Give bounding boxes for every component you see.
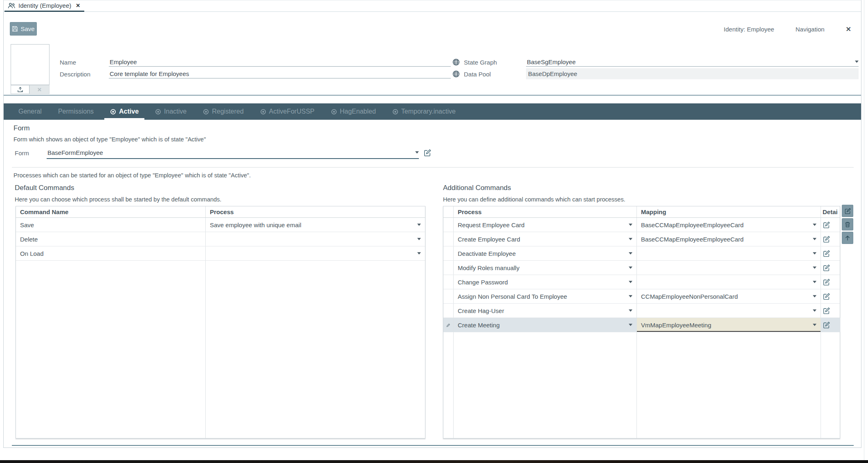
document-tab-close-icon[interactable]: ✕ bbox=[76, 2, 80, 9]
remove-image-button[interactable]: ✕ bbox=[29, 85, 49, 94]
row-selector-cell[interactable] bbox=[443, 304, 454, 318]
caret-down-icon[interactable] bbox=[626, 238, 632, 240]
caret-down-icon[interactable] bbox=[810, 224, 816, 226]
add-command-button[interactable] bbox=[842, 205, 853, 217]
process-select-cell[interactable]: Deactivate Employee bbox=[454, 246, 637, 260]
caret-down-icon[interactable] bbox=[626, 252, 632, 255]
row-selector-cell[interactable] bbox=[443, 261, 454, 275]
state-tabstrip: General Permissions Active Inactive bbox=[4, 103, 861, 120]
caret-down-icon[interactable] bbox=[415, 252, 421, 255]
caret-down-icon[interactable] bbox=[415, 238, 421, 240]
mapping-select-cell[interactable] bbox=[637, 261, 821, 275]
detail-edit-button[interactable] bbox=[823, 321, 830, 329]
command-name-cell[interactable]: On Load bbox=[16, 246, 206, 260]
detail-edit-button[interactable] bbox=[823, 235, 830, 243]
detail-edit-button[interactable] bbox=[823, 221, 830, 229]
row-selector-cell[interactable] bbox=[443, 275, 454, 289]
table-row: Change Password bbox=[443, 275, 840, 289]
delete-command-button[interactable] bbox=[842, 218, 853, 230]
state-radio-icon bbox=[155, 109, 161, 115]
caret-down-icon[interactable] bbox=[626, 224, 632, 226]
tab-permissions[interactable]: Permissions bbox=[50, 103, 102, 120]
caret-down-icon[interactable] bbox=[810, 309, 816, 312]
detail-cell bbox=[821, 304, 840, 318]
edit-icon bbox=[823, 221, 830, 229]
process-select-cell[interactable]: Create Employee Card bbox=[454, 232, 637, 246]
tab-label: ActiveForUSSP bbox=[269, 108, 315, 115]
table-row: On Load bbox=[16, 246, 425, 261]
detail-edit-button[interactable] bbox=[823, 307, 830, 315]
process-select-cell[interactable]: Assign Non Personal Card To Employee bbox=[454, 289, 637, 303]
caret-down-icon[interactable] bbox=[810, 281, 816, 283]
tab-activeforussp[interactable]: ActiveForUSSP bbox=[252, 103, 323, 120]
mapping-select-cell[interactable]: CCMapEmployeeNonPersonalCard bbox=[637, 289, 821, 303]
mapping-select-cell[interactable]: BaseCCMapEmployeeEmployeeCard bbox=[637, 218, 821, 232]
identity-breadcrumb-link[interactable]: Identity: Employee bbox=[724, 26, 774, 33]
data-pool-label: Data Pool bbox=[464, 71, 491, 78]
tab-registered[interactable]: Registered bbox=[195, 103, 252, 120]
form-edit-button[interactable] bbox=[423, 149, 432, 157]
upload-image-button[interactable] bbox=[11, 85, 29, 94]
caret-down-icon[interactable] bbox=[810, 252, 816, 255]
process-select-cell[interactable]: Request Employee Card bbox=[454, 218, 637, 232]
detail-edit-button[interactable] bbox=[823, 264, 830, 272]
process-select-cell[interactable]: Create Hag-User bbox=[454, 304, 637, 318]
mapping-select-cell[interactable] bbox=[637, 304, 821, 318]
command-name-cell[interactable]: Save bbox=[16, 218, 206, 232]
mapping-select-cell[interactable] bbox=[637, 275, 821, 289]
globe-translate-icon[interactable] bbox=[452, 70, 460, 78]
row-selector-cell[interactable] bbox=[443, 289, 454, 303]
mapping-select-cell-editing[interactable]: VmMapEmployeeMeeting bbox=[637, 318, 821, 332]
window-close-icon[interactable]: ✕ bbox=[846, 25, 851, 33]
caret-down-icon[interactable] bbox=[626, 266, 632, 269]
process-select-cell[interactable]: Change Password bbox=[454, 275, 637, 289]
caret-down-icon[interactable] bbox=[626, 281, 632, 283]
tab-inactive[interactable]: Inactive bbox=[147, 103, 195, 120]
description-input[interactable] bbox=[109, 69, 451, 78]
detail-cell bbox=[821, 318, 840, 332]
identity-image-placeholder[interactable] bbox=[11, 44, 49, 85]
process-select-value: Assign Non Personal Card To Employee bbox=[458, 293, 567, 300]
caret-down-icon[interactable] bbox=[415, 224, 421, 226]
move-up-button[interactable] bbox=[842, 232, 853, 244]
command-name-cell[interactable]: Delete bbox=[16, 232, 206, 246]
caret-down-icon[interactable] bbox=[810, 266, 816, 269]
name-input[interactable] bbox=[109, 57, 451, 67]
save-button[interactable]: Save bbox=[10, 22, 37, 36]
row-selector-cell[interactable] bbox=[443, 232, 454, 246]
process-select-cell[interactable]: Create Meeting bbox=[454, 318, 637, 332]
caret-down-icon[interactable] bbox=[626, 295, 632, 297]
detail-edit-button[interactable] bbox=[823, 250, 830, 257]
document-tab-identity-employee[interactable]: Identity (Employee) ✕ bbox=[4, 0, 84, 12]
tab-hagenabled[interactable]: HagEnabled bbox=[323, 103, 384, 120]
state-graph-select[interactable]: BaseSgEmployee bbox=[526, 57, 859, 67]
process-select-cell[interactable] bbox=[206, 246, 425, 260]
form-select[interactable]: BaseFormEmployee bbox=[47, 147, 419, 159]
desktop-edge bbox=[0, 460, 868, 463]
row-selector-cell[interactable] bbox=[443, 218, 454, 232]
table-row: Save Save employee with unique email bbox=[16, 218, 425, 232]
caret-down-icon[interactable] bbox=[810, 324, 816, 326]
navigation-link[interactable]: Navigation bbox=[796, 26, 825, 33]
mapping-select-cell[interactable]: BaseCCMapEmployeeEmployeeCard bbox=[637, 232, 821, 246]
globe-translate-icon[interactable] bbox=[452, 58, 460, 66]
mapping-select-cell[interactable] bbox=[637, 246, 821, 260]
tab-temporary-inactive[interactable]: Temporary.inactive bbox=[384, 103, 464, 120]
caret-down-icon[interactable] bbox=[810, 238, 816, 240]
caret-down-icon[interactable] bbox=[626, 309, 632, 312]
arrow-up-icon bbox=[844, 235, 851, 242]
detail-cell bbox=[821, 261, 840, 275]
process-select-cell[interactable]: Save employee with unique email bbox=[206, 218, 425, 232]
tab-general[interactable]: General bbox=[10, 103, 50, 120]
detail-edit-button[interactable] bbox=[823, 278, 830, 286]
row-selector-cell[interactable] bbox=[443, 246, 454, 260]
detail-edit-button[interactable] bbox=[823, 293, 830, 300]
state-graph-label: State Graph bbox=[464, 59, 497, 66]
process-select-cell[interactable] bbox=[206, 232, 425, 246]
tab-active[interactable]: Active bbox=[102, 103, 147, 120]
process-select-cell[interactable]: Modify Roles manually bbox=[454, 261, 637, 275]
caret-down-icon[interactable] bbox=[810, 295, 816, 297]
mapping-select-value: CCMapEmployeeNonPersonalCard bbox=[641, 293, 738, 300]
caret-down-icon[interactable] bbox=[626, 324, 632, 326]
row-selector-cell[interactable] bbox=[443, 318, 454, 332]
